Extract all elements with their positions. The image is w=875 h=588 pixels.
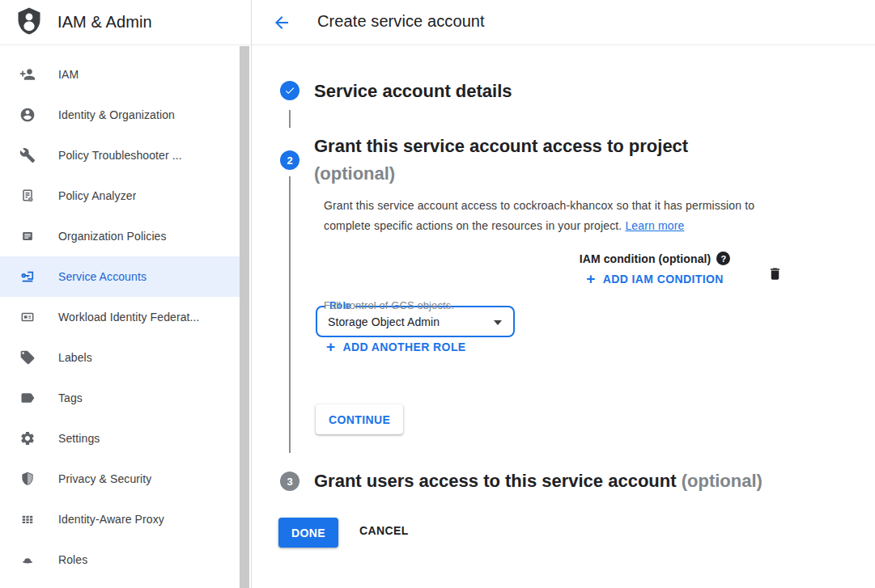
step2-description: Grant this service account access to coc…: [324, 196, 798, 236]
sidebar-item-label: Policy Analyzer: [58, 189, 136, 202]
sidebar-scrollbar[interactable]: [240, 46, 249, 588]
step2-optional-label: (optional): [314, 163, 395, 184]
iam-admin-shield-logo-icon: [15, 6, 44, 39]
sidebar-item-tags[interactable]: Tags: [0, 378, 240, 418]
sidebar-item-roles[interactable]: Roles: [0, 539, 240, 580]
iam-condition-label-row: IAM condition (optional) ?: [580, 252, 731, 265]
sidebar-item-label: Identity & Organization: [58, 108, 175, 121]
wrench-icon: [19, 147, 36, 163]
add-another-role-button[interactable]: + ADD ANOTHER ROLE: [326, 341, 466, 353]
step1-title[interactable]: Service account details: [314, 78, 512, 105]
sidebar-item-label: Settings: [58, 432, 100, 445]
sidebar-item-organization-policies[interactable]: Organization Policies: [0, 216, 240, 256]
sidebar-header: IAM & Admin: [0, 0, 251, 45]
app-title: IAM & Admin: [57, 13, 152, 32]
sidebar-item-label: Organization Policies: [58, 230, 167, 243]
sidebar-item-label: Service Accounts: [58, 270, 147, 283]
step2-connector-line: [289, 176, 291, 453]
step3-badge: 3: [280, 472, 299, 491]
service-account-key-icon: [19, 269, 36, 285]
help-glyph: ?: [720, 254, 726, 264]
document-list-icon: [19, 228, 36, 244]
tag-arrow-icon: [19, 390, 36, 406]
dropdown-arrow-icon: [494, 320, 502, 325]
step-connector-line: [289, 110, 291, 128]
person-add-icon: [19, 66, 36, 82]
step2-description-text: Grant this service account access to coc…: [324, 199, 754, 232]
policy-analyzer-icon: [19, 188, 36, 204]
sidebar-item-label: IAM: [58, 68, 79, 81]
step3-number: 3: [287, 476, 292, 488]
sidebar: IAM & Admin IAM Identity & Organization …: [0, 0, 252, 588]
learn-more-link[interactable]: Learn more: [625, 219, 684, 232]
label-tag-icon: [19, 349, 36, 366]
page-title: Create service account: [317, 12, 485, 31]
check-icon: [284, 85, 295, 96]
continue-button[interactable]: CONTINUE: [316, 404, 403, 434]
step3-heading[interactable]: Grant users access to this service accou…: [314, 467, 762, 495]
done-button[interactable]: DONE: [278, 518, 338, 548]
sidebar-item-label: Labels: [58, 351, 92, 364]
step2-title: Grant this service account access to pro…: [314, 136, 688, 156]
role-helper-text: Full control of GCS objects.: [324, 299, 454, 311]
step2-number: 2: [287, 154, 292, 167]
step1-complete-badge: [280, 81, 299, 100]
add-another-role-label: ADD ANOTHER ROLE: [343, 341, 466, 353]
main-panel: Create service account Service account d…: [252, 0, 875, 588]
role-selected-value: Storage Object Admin: [317, 315, 440, 328]
trash-icon: [767, 265, 783, 282]
plus-icon: +: [586, 273, 596, 285]
help-icon[interactable]: ?: [716, 252, 730, 265]
sidebar-item-label: Roles: [58, 553, 87, 566]
sidebar-item-settings[interactable]: Settings: [0, 418, 240, 459]
badge-card-icon: [19, 309, 36, 325]
sidebar-item-identity-aware-proxy[interactable]: Identity-Aware Proxy: [0, 499, 240, 539]
sidebar-item-label: Identity-Aware Proxy: [58, 513, 164, 526]
sidebar-item-label: Tags: [58, 391, 83, 404]
cancel-button[interactable]: CANCEL: [359, 524, 409, 537]
back-arrow-icon[interactable]: [271, 12, 292, 33]
main-header: Create service account: [252, 0, 875, 45]
sidebar-item-iam[interactable]: IAM: [0, 54, 240, 95]
proxy-rows-icon: [19, 511, 36, 527]
sidebar-item-labels[interactable]: Labels: [0, 337, 240, 378]
step2-badge: 2: [280, 150, 299, 170]
sidebar-item-service-accounts[interactable]: Service Accounts: [0, 256, 240, 297]
sidebar-item-label: Policy Troubleshooter ...: [58, 149, 182, 162]
delete-role-button[interactable]: [765, 264, 784, 283]
sidebar-item-identity-organization[interactable]: Identity & Organization: [0, 95, 240, 135]
sidebar-item-privacy-security[interactable]: Privacy & Security: [0, 459, 240, 499]
sidebar-item-label: Privacy & Security: [58, 472, 151, 485]
roles-hat-icon: [19, 552, 36, 568]
step3-title: Grant users access to this service accou…: [314, 471, 677, 491]
shield-icon: [19, 471, 36, 487]
sidebar-item-policy-troubleshooter[interactable]: Policy Troubleshooter ...: [0, 135, 240, 176]
sidebar-item-label: Workload Identity Federat...: [58, 311, 200, 324]
iam-condition-section: IAM condition (optional) ? + ADD IAM CON…: [563, 252, 746, 286]
add-iam-condition-label: ADD IAM CONDITION: [603, 273, 724, 286]
sidebar-nav: IAM Identity & Organization Policy Troub…: [0, 45, 240, 580]
sidebar-item-workload-identity-federation[interactable]: Workload Identity Federat...: [0, 297, 240, 337]
iam-condition-label: IAM condition (optional): [580, 252, 711, 265]
account-circle-icon: [19, 107, 36, 123]
sidebar-item-policy-analyzer[interactable]: Policy Analyzer: [0, 176, 240, 216]
add-iam-condition-button[interactable]: + ADD IAM CONDITION: [586, 273, 724, 286]
plus-icon: +: [326, 341, 336, 353]
gear-icon: [19, 430, 36, 446]
step2-heading: Grant this service account access to pro…: [314, 133, 767, 188]
step3-optional-label: (optional): [682, 471, 762, 491]
